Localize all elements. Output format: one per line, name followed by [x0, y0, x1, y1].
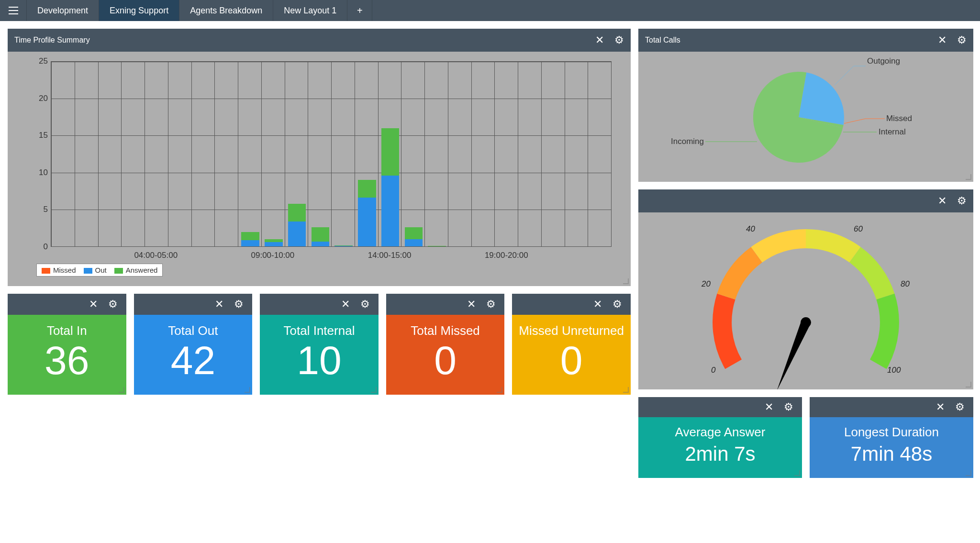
resize-handle[interactable] — [119, 387, 124, 393]
resize-handle[interactable] — [497, 387, 502, 393]
widget-title: Total Calls — [645, 36, 938, 44]
y-tick: 10 — [22, 168, 48, 177]
x-tick: 09:00-10:00 — [251, 251, 295, 260]
close-icon[interactable] — [467, 298, 476, 310]
tab-new-layout-1[interactable]: New Layout 1 — [273, 0, 347, 21]
close-icon[interactable] — [215, 298, 223, 310]
info-label: Average Answer — [643, 425, 797, 440]
resize-handle[interactable] — [371, 387, 377, 393]
y-tick: 5 — [22, 205, 48, 214]
resize-handle[interactable] — [245, 387, 250, 393]
bar — [381, 99, 399, 246]
y-tick: 25 — [22, 56, 48, 66]
gauge-tick-40: 40 — [746, 224, 755, 234]
close-icon[interactable] — [765, 401, 773, 413]
close-icon[interactable] — [938, 34, 947, 46]
x-tick: 19:00-20:00 — [485, 251, 528, 260]
bar — [358, 135, 376, 246]
stat-card-total-in: Total In36 — [8, 294, 126, 395]
tab-agents-breakdown[interactable]: Agents Breakdown — [179, 0, 273, 21]
top-nav: Development Exning Support Agents Breakd… — [0, 0, 980, 21]
gauge-tick-80: 80 — [901, 279, 910, 289]
stat-label: Total Internal — [265, 323, 374, 338]
resize-handle[interactable] — [623, 387, 629, 393]
info-value: 7min 48s — [814, 443, 969, 465]
x-tick: 04:00-05:00 — [134, 251, 178, 260]
stat-value: 0 — [391, 340, 500, 380]
stat-value: 0 — [517, 340, 626, 380]
tab-exning-support[interactable]: Exning Support — [99, 0, 179, 21]
close-icon[interactable] — [938, 195, 947, 207]
bar — [288, 158, 306, 246]
resize-handle[interactable] — [966, 174, 971, 180]
bar — [312, 187, 329, 246]
stat-value: 10 — [265, 340, 374, 380]
dashboard: Time Profile Summary 051015202504:00-05:… — [0, 21, 980, 486]
bar — [405, 187, 423, 246]
widget-gauge: 0 20 40 60 80 100 — [638, 189, 973, 389]
gauge-tick-20: 20 — [702, 279, 711, 289]
close-icon[interactable] — [89, 298, 98, 310]
y-tick: 15 — [22, 131, 48, 140]
stat-card-total-internal: Total Internal10 — [260, 294, 379, 395]
bar — [265, 210, 282, 246]
stat-card-total-missed: Total Missed0 — [386, 294, 505, 395]
info-card-average-answer: Average Answer2min 7s — [638, 397, 802, 478]
info-label: Longest Duration — [814, 425, 969, 440]
stat-label: Missed Unreturned — [517, 323, 626, 338]
tab-development[interactable]: Development — [27, 0, 99, 21]
info-card-longest-duration: Longest Duration7min 48s — [810, 397, 973, 478]
resize-handle[interactable] — [794, 470, 800, 476]
info-cards-row: Average Answer2min 7sLongest Duration7mi… — [638, 397, 973, 478]
hamburger-icon[interactable] — [0, 0, 27, 21]
y-tick: 0 — [22, 242, 48, 252]
resize-handle[interactable] — [966, 382, 971, 388]
right-column: Total Calls Outgoing Missed Internal Inc… — [638, 29, 973, 478]
info-value: 2min 7s — [643, 443, 797, 465]
stat-label: Total Missed — [391, 323, 500, 338]
resize-handle[interactable] — [966, 470, 971, 476]
left-column: Time Profile Summary 051015202504:00-05:… — [8, 29, 631, 395]
bar — [241, 195, 259, 246]
stat-value: 36 — [12, 340, 122, 380]
close-icon[interactable] — [936, 401, 945, 413]
gear-icon[interactable] — [955, 401, 965, 413]
close-icon[interactable] — [593, 298, 602, 310]
gear-icon[interactable] — [612, 298, 622, 310]
close-icon[interactable] — [595, 34, 604, 46]
bar — [334, 232, 352, 246]
legend-entry: Out — [84, 266, 107, 274]
gear-icon[interactable] — [784, 401, 793, 413]
legend: MissedOutAnswered — [36, 264, 163, 277]
stat-card-total-out: Total Out42 — [134, 294, 253, 395]
gauge-tick-100: 100 — [887, 366, 901, 375]
gauge-chart: 0 20 40 60 80 100 — [638, 212, 973, 389]
add-tab-button[interactable]: + — [347, 0, 372, 21]
gear-icon[interactable] — [360, 298, 370, 310]
bar-chart: 051015202504:00-05:0009:00-10:0014:00-15… — [8, 52, 631, 286]
x-tick: 14:00-15:00 — [368, 251, 412, 260]
gear-icon[interactable] — [234, 298, 244, 310]
gear-icon[interactable] — [108, 298, 118, 310]
stat-card-missed-unreturned: Missed Unreturned0 — [512, 294, 631, 395]
bar — [428, 239, 445, 246]
resize-handle[interactable] — [623, 278, 629, 284]
stat-cards-row: Total In36Total Out42Total Internal10Tot… — [8, 294, 631, 395]
stat-value: 42 — [139, 340, 248, 380]
legend-entry: Missed — [42, 266, 76, 274]
gauge-tick-0: 0 — [711, 366, 715, 375]
svg-marker-0 — [772, 321, 810, 389]
pie-chart: Outgoing Missed Internal Incoming — [638, 52, 973, 182]
gear-icon[interactable] — [957, 34, 967, 46]
gear-icon[interactable] — [614, 34, 624, 46]
gauge-tick-60: 60 — [854, 224, 863, 234]
y-tick: 20 — [22, 94, 48, 103]
gear-icon[interactable] — [957, 195, 967, 207]
gear-icon[interactable] — [486, 298, 496, 310]
widget-time-profile: Time Profile Summary 051015202504:00-05:… — [8, 29, 631, 286]
widget-total-calls: Total Calls Outgoing Missed Internal Inc… — [638, 29, 973, 182]
stat-label: Total In — [12, 323, 122, 338]
stat-label: Total Out — [139, 323, 248, 338]
legend-entry: Answered — [114, 266, 158, 274]
close-icon[interactable] — [341, 298, 350, 310]
